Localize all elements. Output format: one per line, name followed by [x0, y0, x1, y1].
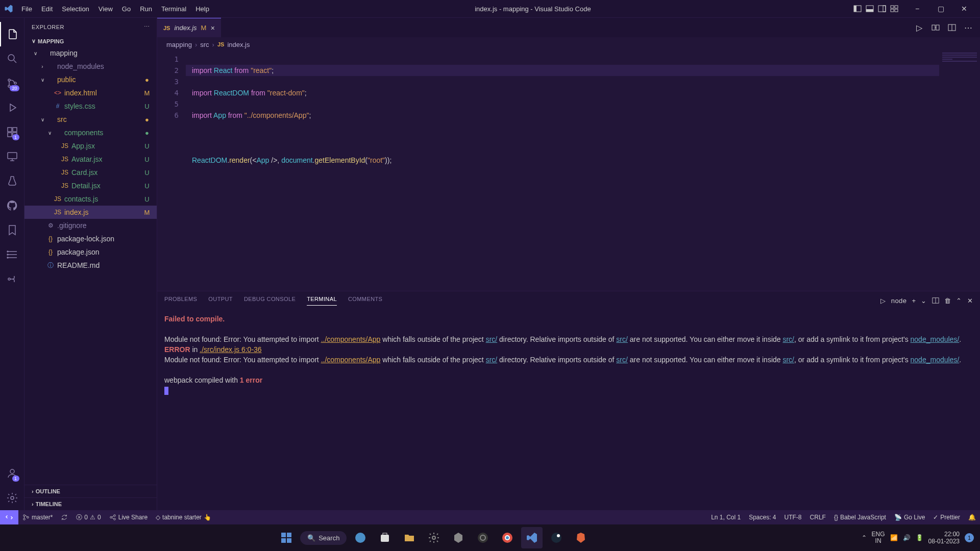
file-tree-item[interactable]: ›node_modules: [24, 60, 157, 73]
close-panel-icon[interactable]: ✕: [967, 297, 973, 305]
menu-help[interactable]: Help: [191, 3, 213, 15]
menu-go[interactable]: Go: [118, 3, 135, 15]
taskbar-search[interactable]: 🔍Search: [300, 531, 347, 545]
menu-selection[interactable]: Selection: [58, 3, 93, 15]
menu-terminal[interactable]: Terminal: [157, 3, 190, 15]
git-branch[interactable]: master*: [18, 510, 57, 524]
clock[interactable]: 22:00 08-01-2023: [928, 531, 960, 545]
problems-indicator[interactable]: ⓧ0 ⚠0: [72, 510, 105, 524]
input-region[interactable]: IN: [872, 538, 885, 544]
file-tree-item[interactable]: JScontacts.jsU: [24, 192, 157, 206]
taskbar-unity-icon[interactable]: [448, 527, 469, 548]
maximize-button[interactable]: ▢: [929, 0, 952, 18]
encoding[interactable]: UTF-8: [780, 510, 806, 524]
eol[interactable]: CRLF: [806, 510, 830, 524]
breadcrumb-segment[interactable]: src: [200, 41, 209, 48]
activity-remote-explorer-icon[interactable]: [0, 144, 24, 169]
toggle-primary-sidebar-icon[interactable]: [852, 4, 863, 14]
menu-view[interactable]: View: [94, 3, 117, 15]
sidebar-more-icon[interactable]: ⋯: [144, 23, 150, 30]
battery-icon[interactable]: 🔋: [916, 534, 923, 541]
panel-tab-problems[interactable]: PROBLEMS: [164, 296, 197, 305]
taskbar-obs-icon[interactable]: [472, 527, 494, 548]
activity-search-icon[interactable]: [0, 46, 24, 71]
terminal-shell-icon[interactable]: ▷: [880, 297, 886, 305]
panel-tab-terminal[interactable]: TERMINAL: [307, 296, 337, 306]
menu-edit[interactable]: Edit: [37, 3, 57, 15]
file-tree-item[interactable]: {}package-lock.json: [24, 232, 157, 245]
terminal-content[interactable]: Failed to compile. Module not found: Err…: [157, 310, 980, 510]
file-tree-item[interactable]: ⚙.gitignore: [24, 219, 157, 232]
file-tree[interactable]: ∨mapping›node_modules∨public●<>index.htm…: [24, 46, 157, 485]
activity-github-icon[interactable]: [0, 193, 24, 218]
activity-explorer-icon[interactable]: [0, 22, 24, 46]
activity-extensions-icon[interactable]: 1: [0, 120, 24, 144]
maximize-panel-icon[interactable]: ⌃: [956, 297, 962, 305]
minimap[interactable]: [939, 52, 980, 291]
customize-layout-icon[interactable]: [889, 4, 899, 14]
run-file-icon[interactable]: ▷: [914, 22, 925, 33]
project-section-title[interactable]: ∨ MAPPING: [24, 36, 157, 46]
code-content[interactable]: import React from "react"; import ReactD…: [186, 52, 980, 291]
activity-settings-icon[interactable]: [0, 486, 24, 510]
toggle-secondary-sidebar-icon[interactable]: [877, 4, 887, 14]
file-tree-item[interactable]: JSApp.jsxU: [24, 139, 157, 153]
kill-terminal-icon[interactable]: 🗑: [944, 297, 951, 305]
new-terminal-icon[interactable]: +: [912, 297, 916, 305]
taskbar-chrome-icon[interactable]: [497, 527, 518, 548]
tray-expand-icon[interactable]: ⌃: [862, 534, 867, 541]
file-tree-item[interactable]: ⓘREADME.md: [24, 259, 157, 272]
panel-tab-debug-console[interactable]: DEBUG CONSOLE: [244, 296, 296, 305]
file-tree-item[interactable]: ∨src●: [24, 113, 157, 126]
git-sync[interactable]: [57, 510, 72, 524]
more-actions-icon[interactable]: ⋯: [963, 22, 974, 33]
breadcrumb-segment[interactable]: index.js: [227, 41, 250, 48]
live-share[interactable]: Live Share: [105, 510, 152, 524]
start-button[interactable]: [276, 527, 297, 548]
file-tree-item[interactable]: ∨public●: [24, 73, 157, 86]
activity-debug-icon[interactable]: [0, 95, 24, 120]
file-tree-item[interactable]: JSCard.jsxU: [24, 166, 157, 179]
activity-scm-icon[interactable]: 20: [0, 71, 24, 95]
file-tree-item[interactable]: ∨components●: [24, 126, 157, 139]
file-tree-item[interactable]: #styles.cssU: [24, 99, 157, 113]
prettier-status[interactable]: ✓Prettier: [929, 510, 964, 524]
activity-testing-icon[interactable]: [0, 169, 24, 193]
diff-icon[interactable]: [930, 22, 941, 33]
wifi-icon[interactable]: 📶: [890, 534, 898, 541]
toggle-panel-icon[interactable]: [865, 4, 875, 14]
close-button[interactable]: ✕: [952, 0, 976, 18]
file-tree-item[interactable]: JSindex.jsM: [24, 206, 157, 219]
menu-file[interactable]: File: [17, 3, 36, 15]
timeline-section[interactable]: › TIMELINE: [24, 497, 157, 510]
activity-gitlens-icon[interactable]: [0, 267, 24, 291]
indentation[interactable]: Spaces: 4: [745, 510, 780, 524]
split-editor-icon[interactable]: [946, 22, 958, 33]
file-tree-item[interactable]: <>index.htmlM: [24, 86, 157, 99]
taskbar-store-icon[interactable]: [374, 527, 396, 548]
taskbar-edge-icon[interactable]: [350, 527, 371, 548]
file-tree-item[interactable]: JSAvatar.jsxU: [24, 153, 157, 166]
remote-indicator[interactable]: [0, 510, 18, 524]
taskbar-brave-icon[interactable]: [570, 527, 592, 548]
cursor-position[interactable]: Ln 1, Col 1: [707, 510, 745, 524]
language-mode[interactable]: {} Babel JavaScript: [830, 510, 890, 524]
taskbar-settings-icon[interactable]: [423, 527, 445, 548]
activity-accounts-icon[interactable]: 1: [0, 461, 24, 486]
split-terminal-icon[interactable]: [932, 297, 939, 304]
go-live[interactable]: 📡Go Live: [890, 510, 929, 524]
volume-icon[interactable]: 🔊: [903, 534, 911, 541]
breadcrumb-segment[interactable]: mapping: [166, 41, 192, 48]
panel-tab-comments[interactable]: COMMENTS: [348, 296, 382, 305]
file-tree-item[interactable]: JSDetail.jsxU: [24, 179, 157, 192]
notification-badge[interactable]: 1: [965, 533, 974, 542]
terminal-dropdown-icon[interactable]: ⌄: [921, 297, 926, 305]
breadcrumbs[interactable]: mapping › src › JS index.js: [157, 37, 980, 52]
code-editor[interactable]: 123456 import React from "react"; import…: [157, 52, 980, 291]
file-tree-item[interactable]: ∨mapping: [24, 46, 157, 60]
panel-tab-output[interactable]: OUTPUT: [208, 296, 233, 305]
activity-projects-icon[interactable]: [0, 242, 24, 267]
taskbar-explorer-icon[interactable]: [399, 527, 420, 548]
tab-close-icon[interactable]: ×: [210, 24, 214, 32]
taskbar-vscode-icon[interactable]: [521, 527, 543, 548]
